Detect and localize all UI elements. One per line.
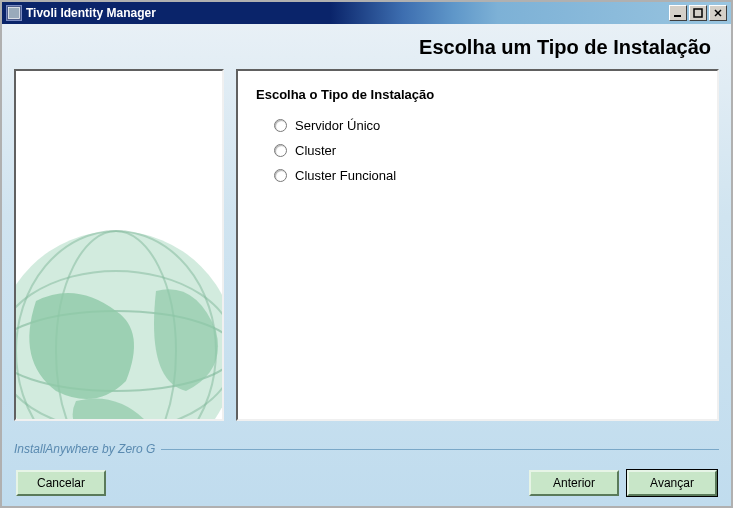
next-button[interactable]: Avançar bbox=[627, 470, 717, 496]
radio-option-cluster[interactable]: Cluster bbox=[274, 143, 699, 158]
back-button[interactable]: Anterior bbox=[529, 470, 619, 496]
svg-rect-1 bbox=[674, 15, 681, 17]
page-title: Escolha um Tipo de Instalação bbox=[2, 24, 731, 69]
installer-window: Tivoli Identity Manager Escolha um Tipo … bbox=[0, 0, 733, 508]
maximize-icon bbox=[693, 8, 703, 18]
radio-label: Cluster Funcional bbox=[295, 168, 396, 183]
button-bar: Cancelar Anterior Avançar bbox=[2, 460, 731, 506]
window-controls bbox=[669, 5, 727, 21]
radio-label: Cluster bbox=[295, 143, 336, 158]
close-button[interactable] bbox=[709, 5, 727, 21]
maximize-button[interactable] bbox=[689, 5, 707, 21]
svg-rect-0 bbox=[8, 7, 19, 18]
radio-option-single-server[interactable]: Servidor Único bbox=[274, 118, 699, 133]
options-panel: Escolha o Tipo de Instalação Servidor Ún… bbox=[236, 69, 719, 421]
divider-line bbox=[161, 449, 719, 450]
globe-artwork bbox=[14, 221, 224, 421]
installer-body: Escolha um Tipo de Instalação Escolha o … bbox=[2, 24, 731, 506]
window-title: Tivoli Identity Manager bbox=[26, 6, 669, 20]
radio-icon bbox=[274, 144, 287, 157]
radio-label: Servidor Único bbox=[295, 118, 380, 133]
left-image-panel bbox=[14, 69, 224, 421]
svg-rect-2 bbox=[694, 9, 702, 17]
radio-icon bbox=[274, 119, 287, 132]
minimize-icon bbox=[673, 8, 683, 18]
button-label: Avançar bbox=[650, 476, 694, 490]
install-type-radio-group: Servidor Único Cluster Cluster Funcional bbox=[256, 118, 699, 183]
branding-footer: InstallAnywhere by Zero G bbox=[14, 442, 719, 456]
close-icon bbox=[713, 8, 723, 18]
radio-icon bbox=[274, 169, 287, 182]
radio-option-functional-cluster[interactable]: Cluster Funcional bbox=[274, 168, 699, 183]
button-label: Cancelar bbox=[37, 476, 85, 490]
minimize-button[interactable] bbox=[669, 5, 687, 21]
button-label: Anterior bbox=[553, 476, 595, 490]
app-icon bbox=[6, 5, 22, 21]
content-row: Escolha o Tipo de Instalação Servidor Ún… bbox=[2, 69, 731, 460]
branding-text: InstallAnywhere by Zero G bbox=[14, 442, 155, 456]
titlebar: Tivoli Identity Manager bbox=[2, 2, 731, 24]
cancel-button[interactable]: Cancelar bbox=[16, 470, 106, 496]
section-heading: Escolha o Tipo de Instalação bbox=[256, 87, 699, 102]
